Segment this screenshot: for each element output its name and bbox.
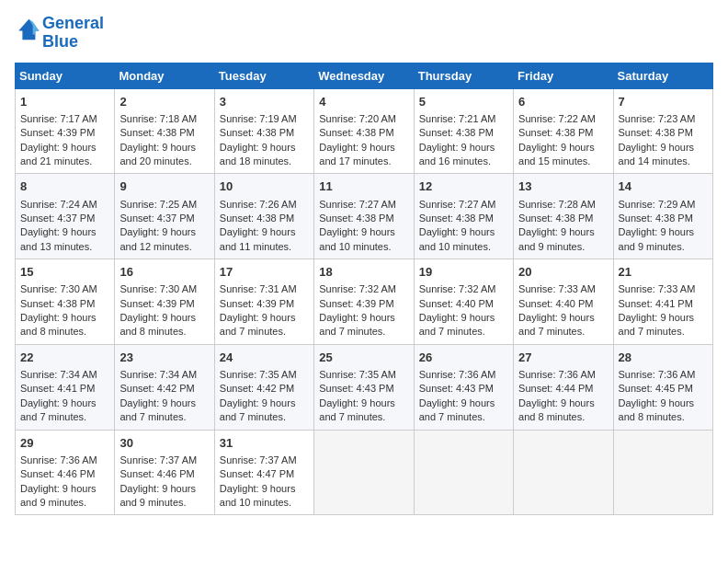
day-header-thursday: Thursday xyxy=(414,63,513,88)
sunset-text: Sunset: 4:46 PM xyxy=(119,468,194,479)
sunrise-text: Sunrise: 7:23 AM xyxy=(619,113,696,124)
sunrise-text: Sunrise: 7:29 AM xyxy=(619,199,696,210)
sunset-text: Sunset: 4:38 PM xyxy=(518,213,593,224)
sunrise-text: Sunrise: 7:26 AM xyxy=(220,199,297,210)
sunset-text: Sunset: 4:40 PM xyxy=(419,298,494,309)
day-number: 27 xyxy=(518,350,608,366)
sunrise-text: Sunrise: 7:36 AM xyxy=(518,369,596,380)
sunrise-text: Sunrise: 7:34 AM xyxy=(119,369,197,380)
calendar-row-week-4: 22 Sunrise: 7:34 AM Sunset: 4:41 PM Dayl… xyxy=(16,344,713,430)
day-number: 3 xyxy=(220,94,309,110)
sunset-text: Sunset: 4:37 PM xyxy=(119,213,194,224)
sunrise-text: Sunrise: 7:27 AM xyxy=(319,199,396,210)
sunrise-text: Sunrise: 7:27 AM xyxy=(419,199,496,210)
sunset-text: Sunset: 4:40 PM xyxy=(518,298,593,309)
calendar-row-week-5: 29 Sunrise: 7:36 AM Sunset: 4:46 PM Dayl… xyxy=(16,430,713,515)
calendar-cell xyxy=(414,430,513,515)
daylight-text: Daylight: 9 hours and 8 minutes. xyxy=(518,397,595,422)
calendar-row-week-3: 15 Sunrise: 7:30 AM Sunset: 4:38 PM Dayl… xyxy=(16,259,713,345)
logo-icon xyxy=(15,17,40,42)
day-number: 16 xyxy=(119,264,209,281)
sunrise-text: Sunrise: 7:18 AM xyxy=(119,113,197,124)
daylight-text: Daylight: 9 hours and 10 minutes. xyxy=(220,483,296,508)
sunset-text: Sunset: 4:39 PM xyxy=(220,298,294,309)
day-number: 17 xyxy=(220,264,309,281)
day-number: 11 xyxy=(319,178,408,195)
logo: General Blue xyxy=(15,15,104,52)
sunset-text: Sunset: 4:38 PM xyxy=(419,127,494,138)
calendar-cell: 3 Sunrise: 7:19 AM Sunset: 4:38 PM Dayli… xyxy=(214,88,313,174)
sunrise-text: Sunrise: 7:28 AM xyxy=(518,199,596,210)
sunset-text: Sunset: 4:37 PM xyxy=(20,213,95,224)
sunrise-text: Sunrise: 7:36 AM xyxy=(619,369,696,380)
day-header-sunday: Sunday xyxy=(16,63,115,88)
daylight-text: Daylight: 9 hours and 17 minutes. xyxy=(319,142,395,167)
sunset-text: Sunset: 4:38 PM xyxy=(20,298,95,309)
daylight-text: Daylight: 9 hours and 7 minutes. xyxy=(419,312,495,337)
day-number: 24 xyxy=(220,350,309,366)
daylight-text: Daylight: 9 hours and 21 minutes. xyxy=(20,142,97,167)
sunset-text: Sunset: 4:38 PM xyxy=(119,127,194,138)
daylight-text: Daylight: 9 hours and 9 minutes. xyxy=(619,226,695,251)
calendar-cell: 27 Sunrise: 7:36 AM Sunset: 4:44 PM Dayl… xyxy=(514,344,613,430)
calendar-cell: 16 Sunrise: 7:30 AM Sunset: 4:39 PM Dayl… xyxy=(115,259,214,345)
day-number: 13 xyxy=(518,178,608,195)
calendar-cell: 15 Sunrise: 7:30 AM Sunset: 4:38 PM Dayl… xyxy=(16,259,115,345)
day-header-monday: Monday xyxy=(115,63,214,88)
sunset-text: Sunset: 4:47 PM xyxy=(220,468,294,479)
calendar-cell: 19 Sunrise: 7:32 AM Sunset: 4:40 PM Dayl… xyxy=(414,259,513,345)
calendar-cell: 28 Sunrise: 7:36 AM Sunset: 4:45 PM Dayl… xyxy=(613,344,712,430)
sunrise-text: Sunrise: 7:35 AM xyxy=(220,369,297,380)
daylight-text: Daylight: 9 hours and 14 minutes. xyxy=(619,142,695,167)
daylight-text: Daylight: 9 hours and 7 minutes. xyxy=(319,397,395,422)
day-number: 26 xyxy=(419,350,508,366)
calendar-cell: 31 Sunrise: 7:37 AM Sunset: 4:47 PM Dayl… xyxy=(214,430,313,515)
sunset-text: Sunset: 4:39 PM xyxy=(119,298,194,309)
daylight-text: Daylight: 9 hours and 10 minutes. xyxy=(419,226,495,251)
calendar-cell: 23 Sunrise: 7:34 AM Sunset: 4:42 PM Dayl… xyxy=(115,344,214,430)
daylight-text: Daylight: 9 hours and 7 minutes. xyxy=(119,397,196,422)
sunset-text: Sunset: 4:38 PM xyxy=(220,127,294,138)
day-number: 31 xyxy=(220,435,309,452)
sunrise-text: Sunrise: 7:37 AM xyxy=(220,454,297,465)
calendar-cell: 14 Sunrise: 7:29 AM Sunset: 4:38 PM Dayl… xyxy=(613,174,712,259)
day-number: 1 xyxy=(20,94,109,110)
calendar-cell xyxy=(314,430,414,515)
sunrise-text: Sunrise: 7:35 AM xyxy=(319,369,396,380)
daylight-text: Daylight: 9 hours and 13 minutes. xyxy=(20,226,97,251)
day-number: 10 xyxy=(220,178,309,195)
calendar-cell: 29 Sunrise: 7:36 AM Sunset: 4:46 PM Dayl… xyxy=(16,430,115,515)
day-header-friday: Friday xyxy=(514,63,613,88)
day-header-saturday: Saturday xyxy=(613,63,712,88)
daylight-text: Daylight: 9 hours and 9 minutes. xyxy=(20,483,97,508)
calendar-cell: 21 Sunrise: 7:33 AM Sunset: 4:41 PM Dayl… xyxy=(613,259,712,345)
calendar-cell: 26 Sunrise: 7:36 AM Sunset: 4:43 PM Dayl… xyxy=(414,344,513,430)
sunset-text: Sunset: 4:38 PM xyxy=(319,213,393,224)
daylight-text: Daylight: 9 hours and 18 minutes. xyxy=(220,142,296,167)
daylight-text: Daylight: 9 hours and 8 minutes. xyxy=(119,312,196,337)
logo-text-line2: Blue xyxy=(42,33,104,52)
sunrise-text: Sunrise: 7:20 AM xyxy=(319,113,396,124)
daylight-text: Daylight: 9 hours and 7 minutes. xyxy=(220,397,296,422)
day-number: 7 xyxy=(619,94,708,110)
calendar-cell: 9 Sunrise: 7:25 AM Sunset: 4:37 PM Dayli… xyxy=(115,174,214,259)
day-number: 20 xyxy=(518,264,608,281)
sunrise-text: Sunrise: 7:30 AM xyxy=(119,283,197,294)
calendar-cell: 24 Sunrise: 7:35 AM Sunset: 4:42 PM Dayl… xyxy=(214,344,313,430)
day-number: 18 xyxy=(319,264,408,281)
day-number: 22 xyxy=(20,350,109,366)
daylight-text: Daylight: 9 hours and 7 minutes. xyxy=(20,397,97,422)
sunrise-text: Sunrise: 7:25 AM xyxy=(119,199,197,210)
sunset-text: Sunset: 4:42 PM xyxy=(220,383,294,394)
sunset-text: Sunset: 4:38 PM xyxy=(518,127,593,138)
calendar-cell: 8 Sunrise: 7:24 AM Sunset: 4:37 PM Dayli… xyxy=(16,174,115,259)
daylight-text: Daylight: 9 hours and 9 minutes. xyxy=(518,226,595,251)
daylight-text: Daylight: 9 hours and 12 minutes. xyxy=(119,226,196,251)
day-number: 14 xyxy=(619,178,708,195)
sunrise-text: Sunrise: 7:31 AM xyxy=(220,283,297,294)
calendar-table: SundayMondayTuesdayWednesdayThursdayFrid… xyxy=(15,63,713,516)
calendar-cell: 5 Sunrise: 7:21 AM Sunset: 4:38 PM Dayli… xyxy=(414,88,513,174)
calendar-cell: 12 Sunrise: 7:27 AM Sunset: 4:38 PM Dayl… xyxy=(414,174,513,259)
calendar-row-week-1: 1 Sunrise: 7:17 AM Sunset: 4:39 PM Dayli… xyxy=(16,88,713,174)
sunset-text: Sunset: 4:43 PM xyxy=(419,383,494,394)
